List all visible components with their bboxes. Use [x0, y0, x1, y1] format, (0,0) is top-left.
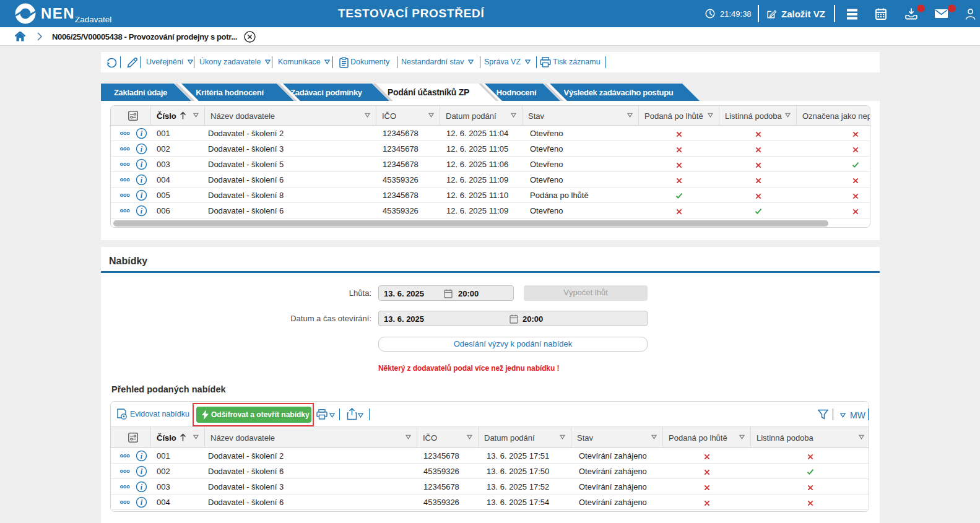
svg-text:i: i [141, 207, 143, 215]
svg-text:i: i [141, 452, 143, 460]
svg-text:Kritéria hodnocení: Kritéria hodnocení [196, 88, 264, 97]
svg-text:i: i [141, 160, 143, 169]
svg-text:Hodnocení: Hodnocení [497, 88, 537, 97]
svg-text:i: i [141, 483, 143, 491]
svg-text:Výsledek zadávacího postupu: Výsledek zadávacího postupu [564, 88, 674, 97]
svg-text:i: i [141, 467, 143, 476]
svg-text:Zadávací podmínky: Zadávací podmínky [290, 88, 363, 97]
svg-text:i: i [141, 145, 143, 153]
svg-text:i: i [141, 129, 143, 138]
svg-text:i: i [141, 176, 143, 184]
svg-text:i: i [141, 498, 143, 507]
svg-text:Podání účastníků ZP: Podání účastníků ZP [388, 87, 469, 97]
svg-text:i: i [141, 191, 143, 200]
svg-text:Základní údaje: Základní údaje [114, 88, 167, 97]
